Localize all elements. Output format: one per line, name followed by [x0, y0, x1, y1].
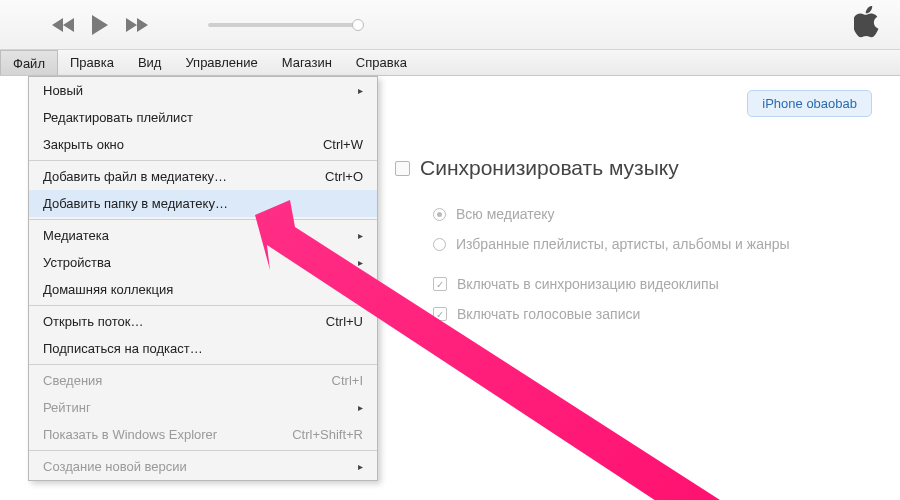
menu-label: Управление	[185, 55, 257, 70]
menu-item[interactable]: Закрыть окноCtrl+W	[29, 131, 377, 158]
menu-item-label: Добавить файл в медиатеку…	[43, 169, 227, 184]
checkbox-include-video[interactable]	[433, 277, 447, 291]
sync-music-header: Синхронизировать музыку	[395, 156, 900, 180]
menu-item[interactable]: Добавить файл в медиатеку…Ctrl+O	[29, 163, 377, 190]
menu-item[interactable]: Устройства▸	[29, 249, 377, 276]
radio-entire-library[interactable]	[433, 208, 446, 221]
device-pill[interactable]: iPhone obaobab	[747, 90, 872, 117]
menu-item[interactable]: Добавить папку в медиатеку…	[29, 190, 377, 217]
menu-controls[interactable]: Управление	[173, 50, 269, 75]
menu-item-label: Редактировать плейлист	[43, 110, 193, 125]
menu-item-label: Закрыть окно	[43, 137, 124, 152]
menu-item-label: Медиатека	[43, 228, 109, 243]
menu-item[interactable]: Подписаться на подкаст…	[29, 335, 377, 362]
menu-item-label: Показать в Windows Explorer	[43, 427, 217, 442]
menu-edit[interactable]: Правка	[58, 50, 126, 75]
sync-music-title: Синхронизировать музыку	[420, 156, 679, 180]
menu-item[interactable]: Новый▸	[29, 77, 377, 104]
menu-item: СведенияCtrl+I	[29, 367, 377, 394]
menu-item-shortcut: Ctrl+O	[325, 169, 363, 184]
menu-separator	[29, 305, 377, 306]
playback-controls	[52, 14, 148, 36]
menu-label: Справка	[356, 55, 407, 70]
menu-label: Вид	[138, 55, 162, 70]
menu-item[interactable]: Редактировать плейлист	[29, 104, 377, 131]
radio-selected-playlists-label: Избранные плейлисты, артисты, альбомы и …	[456, 236, 790, 252]
menu-file[interactable]: Файл	[0, 50, 58, 75]
menu-item: Рейтинг▸	[29, 394, 377, 421]
radio-selected-playlists[interactable]	[433, 238, 446, 251]
menu-item-label: Сведения	[43, 373, 102, 388]
menu-store[interactable]: Магазин	[270, 50, 344, 75]
checkbox-include-voice[interactable]	[433, 307, 447, 321]
menu-item[interactable]: Открыть поток…Ctrl+U	[29, 308, 377, 335]
menu-item[interactable]: Домашняя коллекция	[29, 276, 377, 303]
menu-item-label: Подписаться на подкаст…	[43, 341, 203, 356]
next-track-button[interactable]	[124, 17, 148, 33]
checkbox-include-voice-label: Включать голосовые записи	[457, 306, 640, 322]
prev-track-button[interactable]	[52, 17, 76, 33]
sync-options: Всю медиатеку Избранные плейлисты, артис…	[433, 206, 900, 322]
menu-bar: Файл Правка Вид Управление Магазин Справ…	[0, 50, 900, 76]
menu-separator	[29, 160, 377, 161]
menu-separator	[29, 364, 377, 365]
menu-item-shortcut: Ctrl+W	[323, 137, 363, 152]
sync-opt-selected-row: Избранные плейлисты, артисты, альбомы и …	[433, 236, 900, 252]
submenu-arrow-icon: ▸	[358, 230, 363, 241]
menu-label: Файл	[13, 56, 45, 71]
menu-help[interactable]: Справка	[344, 50, 419, 75]
radio-entire-library-label: Всю медиатеку	[456, 206, 555, 222]
menu-item-shortcut: Ctrl+Shift+R	[292, 427, 363, 442]
sync-opt-voice-row: Включать голосовые записи	[433, 306, 900, 322]
menu-label: Правка	[70, 55, 114, 70]
submenu-arrow-icon: ▸	[358, 85, 363, 96]
menu-item-label: Устройства	[43, 255, 111, 270]
menu-item-label: Добавить папку в медиатеку…	[43, 196, 228, 211]
volume-knob[interactable]	[352, 19, 364, 31]
sync-music-checkbox[interactable]	[395, 161, 410, 176]
menu-item-shortcut: Ctrl+I	[332, 373, 363, 388]
submenu-arrow-icon: ▸	[358, 461, 363, 472]
menu-item: Создание новой версии▸	[29, 453, 377, 480]
sync-opt-video-row: Включать в синхронизацию видеоклипы	[433, 276, 900, 292]
menu-separator	[29, 219, 377, 220]
file-menu-dropdown: Новый▸Редактировать плейлистЗакрыть окно…	[28, 76, 378, 481]
menu-item: Показать в Windows ExplorerCtrl+Shift+R	[29, 421, 377, 448]
sync-opt-all-row: Всю медиатеку	[433, 206, 900, 222]
apple-logo-icon	[854, 6, 880, 41]
menu-item-label: Создание новой версии	[43, 459, 187, 474]
playback-toolbar	[0, 0, 900, 50]
menu-item-label: Домашняя коллекция	[43, 282, 173, 297]
device-name: iPhone obaobab	[762, 96, 857, 111]
menu-separator	[29, 450, 377, 451]
menu-item-label: Рейтинг	[43, 400, 91, 415]
menu-item-label: Новый	[43, 83, 83, 98]
submenu-arrow-icon: ▸	[358, 402, 363, 413]
checkbox-include-video-label: Включать в синхронизацию видеоклипы	[457, 276, 719, 292]
menu-item-label: Открыть поток…	[43, 314, 143, 329]
menu-item-shortcut: Ctrl+U	[326, 314, 363, 329]
menu-label: Магазин	[282, 55, 332, 70]
play-button[interactable]	[90, 14, 110, 36]
menu-item[interactable]: Медиатека▸	[29, 222, 377, 249]
submenu-arrow-icon: ▸	[358, 257, 363, 268]
volume-slider[interactable]	[208, 23, 358, 27]
menu-view[interactable]: Вид	[126, 50, 174, 75]
